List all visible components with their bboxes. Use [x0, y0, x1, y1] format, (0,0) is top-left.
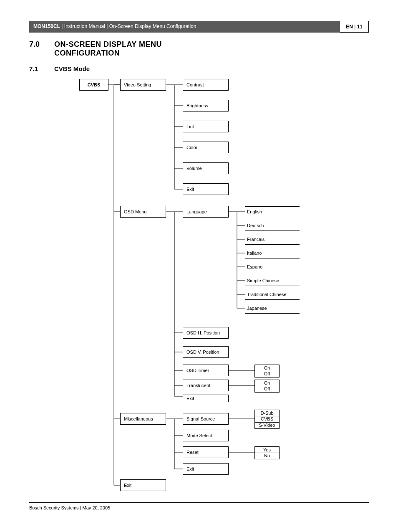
node-exit: Exit	[183, 463, 229, 475]
option-deutsch: Deutsch	[245, 220, 300, 231]
option-svideo: S-Video	[254, 422, 280, 429]
node-reset: Reset	[183, 446, 229, 458]
section-number: 7.0	[29, 40, 54, 58]
node-contrast: Contrast	[183, 79, 229, 91]
option-yes: Yes	[254, 446, 280, 453]
option-on: On	[254, 380, 280, 386]
footer-text: Bosch Security Systems | May 20, 2005	[29, 505, 369, 510]
node-signal-source: Signal Source	[183, 413, 229, 425]
option-off: Off	[254, 386, 280, 393]
section-heading: ON-SCREEN DISPLAY MENU CONFIGURATION	[54, 40, 162, 58]
node-osd-timer: OSD Timer	[183, 365, 229, 376]
node-exit: Exit	[120, 479, 166, 491]
option-dsub: D-Sub	[254, 410, 280, 416]
subsection-heading: CVBS Mode	[54, 65, 90, 72]
subsection-title: 7.1 CVBS Mode	[29, 65, 369, 72]
node-language: Language	[183, 206, 229, 218]
option-english: English	[245, 206, 300, 217]
page-header: MON150CL | Instruction Manual | On-Scree…	[29, 21, 369, 33]
menu-tree-diagram: CVBS Video Setting OSD Menu Miscellaneou…	[29, 78, 369, 500]
option-off: Off	[254, 371, 280, 377]
section-title: 7.0 ON-SCREEN DISPLAY MENU CONFIGURATION	[29, 40, 369, 58]
node-cvbs: CVBS	[79, 79, 108, 91]
option-francais: Francais	[245, 234, 300, 245]
node-osd-h-position: OSD H. Position	[183, 327, 229, 339]
node-color: Color	[183, 142, 229, 153]
product-code: MON150CL	[33, 23, 60, 29]
page-footer: Bosch Security Systems | May 20, 2005	[29, 502, 369, 510]
subsection-number: 7.1	[29, 65, 54, 72]
option-simple-chinese: Simple Chinese	[245, 275, 300, 286]
option-japanese: Japanese	[245, 303, 300, 314]
node-translucent: Translucent	[183, 380, 229, 391]
node-tint: Tint	[183, 121, 229, 132]
node-mode-select: Mode Select	[183, 430, 229, 441]
page-indicator: EN | 11	[340, 21, 369, 33]
node-osd-menu: OSD Menu	[120, 206, 166, 218]
option-italiano: Italiano	[245, 248, 300, 258]
node-brightness: Brightness	[183, 100, 229, 111]
option-on: On	[254, 365, 280, 371]
node-exit: Exit	[183, 183, 229, 195]
node-miscellaneous: Miscellaneous	[120, 413, 166, 425]
header-breadcrumb: MON150CL | Instruction Manual | On-Scree…	[29, 21, 340, 33]
node-exit: Exit	[183, 395, 229, 402]
option-espanol: Espanol	[245, 261, 300, 272]
option-no: No	[254, 453, 280, 459]
node-osd-v-position: OSD V. Position	[183, 346, 229, 358]
option-traditional-chinese: Traditional Chinese	[245, 289, 300, 300]
node-video-setting: Video Setting	[120, 79, 166, 91]
option-cvbs: CVBS	[254, 416, 280, 423]
node-volume: Volume	[183, 162, 229, 174]
